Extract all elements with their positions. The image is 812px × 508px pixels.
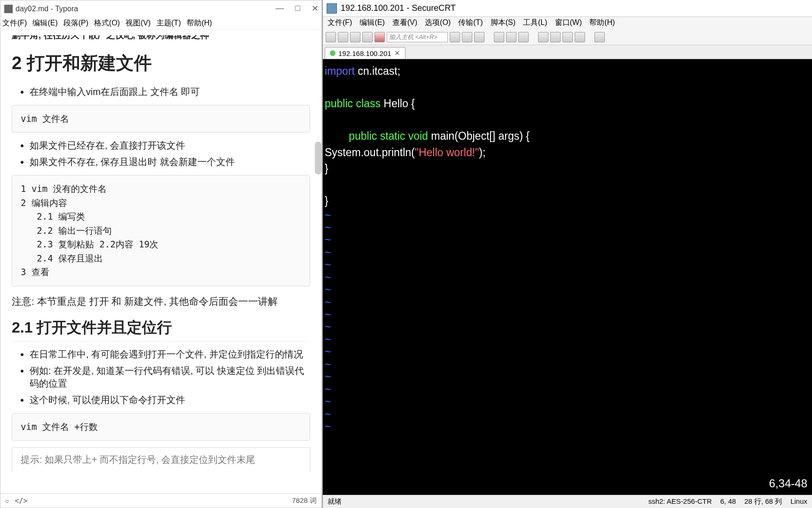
vim-tilde: ~ (325, 346, 812, 358)
menu-edit[interactable]: 编辑(E) (32, 18, 57, 28)
cut-off-text: 删半角, 往往历久个散广之仅吧, 被称为编辑器之神 (12, 35, 310, 42)
status-os: Linux (790, 497, 807, 506)
keymap-icon[interactable] (562, 32, 573, 42)
kw-class: class (356, 97, 381, 110)
status-rowcol: 6, 48 (720, 497, 736, 506)
crt-status-bar: 就绪 ssh2: AES-256-CTR 6, 48 28 行, 68 列 Li… (323, 495, 812, 508)
term-text: main(Object[] args) { (428, 130, 530, 142)
kw-static: static (380, 130, 406, 142)
quick-connect-icon[interactable] (338, 32, 348, 42)
word-count: 7828 词 (292, 496, 317, 505)
string-literal: "Hello world!" (415, 146, 479, 159)
find-icon[interactable] (474, 32, 484, 42)
list-item: 如果文件已经存在, 会直接打开该文件 (30, 139, 310, 152)
menu-file[interactable]: 文件(F) (2, 18, 27, 28)
vim-tilde: ~ (325, 309, 812, 321)
document-area[interactable]: 删半角, 往往历久个散广之仅吧, 被称为编辑器之神 2 打开和新建文件 在终端中… (0, 30, 321, 495)
terminal[interactable]: import cn.itcast; public class Hello { p… (323, 59, 812, 495)
print-icon[interactable] (494, 32, 504, 42)
menu-edit[interactable]: 编辑(E) (359, 18, 384, 28)
minimize-button[interactable]: — (275, 3, 284, 14)
session-options-icon[interactable] (538, 32, 548, 42)
term-text: System.out.println( (325, 146, 415, 159)
kw-public: public (325, 97, 353, 110)
kw-import: import (325, 65, 355, 77)
securecrt-app-icon (327, 3, 337, 14)
menu-help[interactable]: 帮助(H) (589, 18, 615, 28)
term-text: cn.itcast; (355, 65, 400, 77)
disconnect-icon[interactable] (362, 32, 373, 42)
heading-3: 2.1 打开文件并且定位行 (12, 318, 310, 341)
term-text: Hello { (381, 97, 415, 110)
vim-tilde: ~ (325, 209, 812, 222)
typora-app-icon (4, 5, 13, 13)
crt-title: 192.168.100.201 - SecureCRT (341, 3, 456, 13)
menu-script[interactable]: 脚本(S) (491, 18, 515, 28)
connect-icon[interactable] (326, 32, 336, 42)
code-block: 1 vim 没有的文件名 2 编辑内容 2.1 编写类 2.2 输出一行语句 2… (12, 175, 310, 286)
paste-icon[interactable] (462, 32, 472, 42)
host-input[interactable]: 输入主机 <Alt+R> (387, 32, 448, 42)
code-block: vim 文件名 (12, 105, 310, 133)
menu-paragraph[interactable]: 段落(P) (63, 18, 88, 28)
global-options-icon[interactable] (550, 32, 561, 42)
button-bar-icon[interactable] (594, 32, 605, 42)
menu-window[interactable]: 窗口(W) (555, 18, 582, 28)
scrollbar-thumb[interactable] (315, 142, 321, 175)
session-tab[interactable]: 192.168.100.201 ✕ (325, 47, 406, 59)
menu-view[interactable]: 视图(V) (125, 18, 150, 28)
menu-theme[interactable]: 主题(T) (156, 18, 181, 28)
toolbar: 输入主机 <Alt+R> (323, 29, 812, 45)
kw-public: public (349, 130, 377, 142)
vim-tilde: ~ (325, 421, 812, 433)
typora-title: day02.md - Typora (16, 5, 78, 13)
maximize-button[interactable]: □ (295, 3, 300, 14)
reconnect-icon[interactable] (350, 32, 360, 42)
note-text: 注意: 本节重点是 打开 和 新建文件, 其他命令后面会一一讲解 (12, 295, 310, 308)
vim-tilde: ~ (325, 259, 812, 271)
menu-format[interactable]: 格式(O) (94, 18, 120, 28)
menu-file[interactable]: 文件(F) (328, 18, 352, 28)
tab-close-icon[interactable]: ✕ (394, 49, 400, 57)
vim-tilde: ~ (325, 396, 812, 408)
vim-tilde: ~ (325, 222, 812, 234)
help-icon[interactable] (575, 32, 585, 42)
cursor-position: 6,34-48 (769, 475, 807, 492)
menu-transfer[interactable]: 传输(T) (458, 18, 483, 28)
vim-tilde: ~ (325, 321, 812, 333)
menu-tools[interactable]: 工具(L) (523, 18, 547, 28)
list-item: 在终端中输入vim在后面跟上 文件名 即可 (30, 86, 310, 98)
vim-tilde: ~ (325, 234, 812, 246)
vim-tilde: ~ (325, 284, 812, 296)
typora-menu-bar: 文件(F) 编辑(E) 段落(P) 格式(O) 视图(V) 主题(T) 帮助(H… (0, 17, 321, 30)
term-text: } (325, 195, 328, 207)
menu-view[interactable]: 查看(V) (392, 18, 417, 28)
crt-menu-bar: 文件(F) 编辑(E) 查看(V) 选项(O) 传输(T) 脚本(S) 工具(L… (323, 17, 812, 29)
term-text: } (325, 162, 328, 175)
status-circle-icon[interactable]: ○ (5, 497, 9, 505)
cancel-icon[interactable] (375, 32, 385, 42)
vim-tilde: ~ (325, 246, 812, 259)
vim-tilde: ~ (325, 271, 812, 284)
list-item: 这个时候, 可以使用以下命令打开文件 (30, 394, 310, 406)
copy-icon[interactable] (450, 32, 460, 42)
menu-options[interactable]: 选项(O) (425, 18, 451, 28)
tab-bar: 192.168.100.201 ✕ (323, 45, 812, 59)
heading-2: 2 打开和新建文件 (12, 51, 310, 75)
status-code-icon[interactable]: </> (15, 497, 27, 505)
list-item: 在日常工作中, 有可能会遇到打开一个文件, 并定位到指定行的情况 (30, 348, 310, 361)
vim-tilde: ~ (325, 296, 812, 309)
print-setup-icon[interactable] (506, 32, 516, 42)
menu-help[interactable]: 帮助(H) (187, 18, 212, 28)
kw-void: void (408, 130, 428, 142)
list-item: 如果文件不存在, 保存且退出时 就会新建一个文件 (30, 156, 310, 168)
vim-tilde: ~ (325, 358, 812, 371)
tip-text: 提示: 如果只带上+ 而不指定行号, 会直接定位到文件末尾 (12, 447, 310, 472)
status-size: 28 行, 68 列 (744, 497, 782, 506)
status-ready: 就绪 (328, 497, 342, 506)
close-button[interactable]: ✕ (312, 3, 319, 14)
vim-tilde: ~ (325, 333, 812, 346)
print-preview-icon[interactable] (518, 32, 529, 42)
vim-tilde: ~ (325, 371, 812, 383)
term-text: ); (479, 146, 485, 159)
